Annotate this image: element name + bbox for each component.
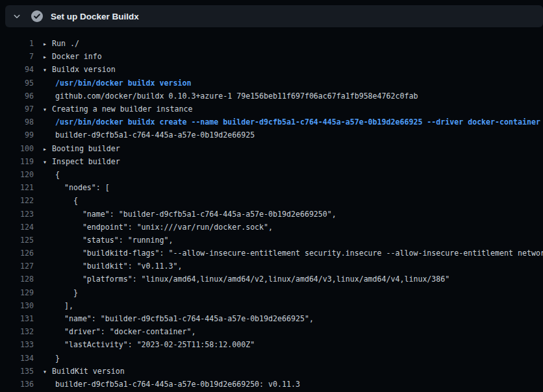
log-line: 97▾Creating a new builder instance: [0, 103, 543, 116]
line-number[interactable]: 132: [0, 327, 34, 336]
log-line: 136builder-d9cfb5a1-c764-445a-a57e-0b19d…: [0, 378, 543, 391]
line-number[interactable]: 126: [0, 249, 34, 258]
log-line: 123 "name": "builder-d9cfb5a1-c764-445a-…: [0, 207, 543, 220]
log-line: 124 "endpoint": "unix:///var/run/docker.…: [0, 221, 543, 234]
line-number[interactable]: 123: [0, 210, 34, 219]
group-title[interactable]: Creating a new builder instance: [52, 104, 192, 114]
line-number[interactable]: 136: [0, 380, 34, 389]
triangle-down-icon[interactable]: ▾: [43, 66, 52, 73]
log-line: 132 "driver": "docker-container",: [0, 325, 543, 338]
line-number[interactable]: 130: [0, 301, 34, 310]
log-body: 1▸Run ./7▸Docker info94▾Buildx version95…: [0, 27, 543, 391]
line-number[interactable]: 124: [0, 223, 34, 232]
log-line: 131 "name": "builder-d9cfb5a1-c764-445a-…: [0, 312, 543, 325]
group-row[interactable]: ▸Booting builder: [43, 144, 120, 153]
log-line: 94▾Buildx version: [0, 63, 543, 76]
line-number[interactable]: 133: [0, 340, 34, 349]
group-row[interactable]: ▾Buildx version: [43, 65, 116, 74]
line-number[interactable]: 121: [0, 183, 34, 192]
output-text: "lastActivity": "2023-02-25T11:58:12.000…: [55, 340, 255, 349]
log-line: 135▾BuildKit version: [0, 365, 543, 378]
group-row[interactable]: ▸Run ./: [43, 39, 79, 48]
line-number[interactable]: 94: [0, 65, 34, 74]
output-text: builder-d9cfb5a1-c764-445a-a57e-0b19d2e6…: [55, 130, 255, 140]
line-number[interactable]: 98: [0, 117, 34, 127]
group-title[interactable]: BuildKit version: [52, 367, 125, 376]
line-number[interactable]: 134: [0, 354, 34, 363]
log-line: 130 ],: [0, 299, 543, 312]
output-text: "endpoint": "unix:///var/run/docker.sock…: [55, 223, 273, 232]
line-number[interactable]: 95: [0, 79, 34, 88]
output-text: "platforms": "linux/amd64,linux/amd64/v2…: [55, 275, 449, 284]
log-line: 99builder-d9cfb5a1-c764-445a-a57e-0b19d2…: [0, 129, 543, 141]
output-text: github.com/docker/buildx 0.10.3+azure-1 …: [55, 92, 418, 101]
output-text: "buildkitd-flags": "--allow-insecure-ent…: [55, 249, 543, 258]
output-text: "buildkit": "v0.11.3",: [55, 262, 182, 271]
output-text: }: [55, 354, 60, 363]
line-number[interactable]: 1: [0, 39, 34, 48]
output-text: "name": "builder-d9cfb5a1-c764-445a-a57e…: [55, 314, 314, 323]
line-number[interactable]: 120: [0, 170, 34, 179]
triangle-down-icon[interactable]: ▾: [43, 106, 52, 113]
log-line: 127 "buildkit": "v0.11.3",: [0, 260, 543, 273]
output-text: {: [55, 170, 60, 179]
output-text: builder-d9cfb5a1-c764-445a-a57e-0b19d2e6…: [55, 380, 300, 389]
output-text: "driver": "docker-container",: [55, 327, 196, 336]
log-line: 133 "lastActivity": "2023-02-25T11:58:12…: [0, 338, 543, 351]
triangle-right-icon[interactable]: ▸: [43, 53, 52, 60]
log-line: 121 "nodes": [: [0, 181, 543, 194]
log-line: 126 "buildkitd-flags": "--allow-insecure…: [0, 247, 543, 260]
group-title[interactable]: Docker info: [52, 52, 102, 61]
group-title[interactable]: Run ./: [52, 39, 79, 48]
log-line: 119▾Inspect builder: [0, 155, 543, 168]
output-text: ],: [55, 301, 73, 310]
triangle-right-icon[interactable]: ▸: [43, 40, 52, 47]
log-line: 95/usr/bin/docker buildx version: [0, 77, 543, 90]
log-line: 96github.com/docker/buildx 0.10.3+azure-…: [0, 90, 543, 103]
group-row[interactable]: ▸Docker info: [43, 52, 102, 61]
line-number[interactable]: 129: [0, 288, 34, 297]
actions-log-viewer: Set up Docker Buildx 1▸Run ./7▸Docker in…: [0, 5, 543, 391]
group-row[interactable]: ▾BuildKit version: [43, 367, 125, 376]
line-number[interactable]: 100: [0, 144, 34, 153]
command-text: /usr/bin/docker buildx create --name bui…: [55, 117, 540, 127]
log-line: 100▸Booting builder: [0, 142, 543, 155]
chevron-down-icon[interactable]: [12, 11, 22, 21]
output-text: "name": "builder-d9cfb5a1-c764-445a-a57e…: [55, 210, 336, 219]
log-line: 7▸Docker info: [0, 50, 543, 63]
group-title[interactable]: Buildx version: [52, 65, 116, 74]
line-number[interactable]: 122: [0, 196, 34, 205]
step-header[interactable]: Set up Docker Buildx: [5, 5, 543, 27]
group-title[interactable]: Booting builder: [52, 144, 120, 153]
line-number[interactable]: 7: [0, 52, 34, 61]
output-text: {: [55, 196, 78, 205]
line-number[interactable]: 125: [0, 236, 34, 245]
log-line: 98/usr/bin/docker buildx create --name b…: [0, 116, 543, 129]
log-line: 125 "status": "running",: [0, 234, 543, 247]
log-line: 122 {: [0, 194, 543, 207]
command-text: /usr/bin/docker buildx version: [55, 79, 191, 88]
log-line: 128 "platforms": "linux/amd64,linux/amd6…: [0, 273, 543, 286]
triangle-down-icon[interactable]: ▾: [43, 158, 52, 165]
log-line: 134}: [0, 352, 543, 365]
line-number[interactable]: 135: [0, 367, 34, 376]
line-number[interactable]: 119: [0, 157, 34, 166]
line-number[interactable]: 97: [0, 104, 34, 114]
line-number[interactable]: 99: [0, 130, 34, 140]
output-text: "nodes": [: [55, 183, 110, 192]
log-line: 120{: [0, 168, 543, 181]
step-title: Set up Docker Buildx: [51, 12, 139, 21]
group-title[interactable]: Inspect builder: [52, 157, 120, 166]
output-text: }: [55, 288, 78, 297]
group-row[interactable]: ▾Inspect builder: [43, 157, 120, 166]
line-number[interactable]: 127: [0, 262, 34, 271]
line-number[interactable]: 131: [0, 314, 34, 323]
log-line: 129 }: [0, 286, 543, 299]
line-number[interactable]: 96: [0, 92, 34, 101]
group-row[interactable]: ▾Creating a new builder instance: [43, 104, 192, 114]
check-circle-icon: [31, 10, 43, 22]
triangle-right-icon[interactable]: ▸: [43, 145, 52, 153]
output-text: "status": "running",: [55, 236, 173, 245]
line-number[interactable]: 128: [0, 275, 34, 284]
triangle-down-icon[interactable]: ▾: [43, 368, 52, 375]
